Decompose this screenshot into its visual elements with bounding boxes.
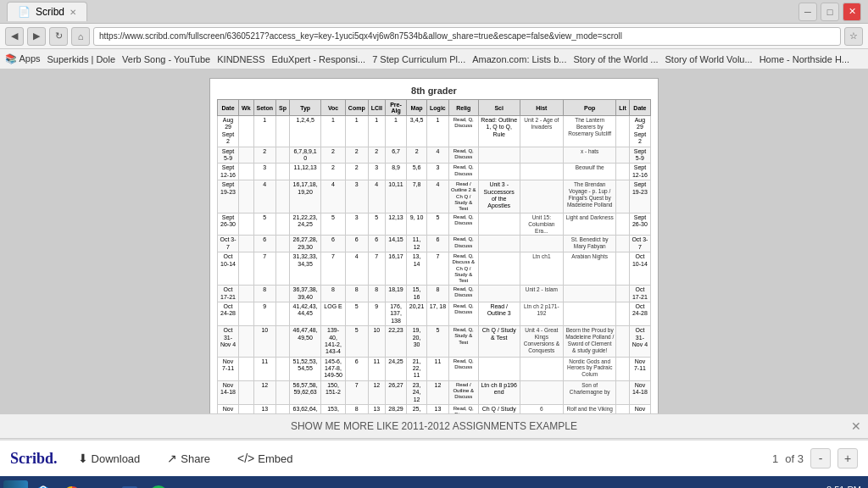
cell-typ: 46,47,48, 49,50 — [289, 326, 320, 358]
taskbar-right: 📶 🔊 8:51 PM 3/14/2015 — [789, 485, 865, 488]
cell-lcii: 2 — [368, 147, 385, 164]
browser-tab[interactable]: 📄 Scribd ✕ — [7, 2, 87, 21]
maximize-button[interactable]: □ — [821, 3, 839, 21]
cell-date2: Oct 3-7 — [629, 236, 650, 252]
cell-lit — [616, 326, 630, 358]
tab-close-button[interactable]: ✕ — [70, 8, 76, 17]
cell-pop — [564, 286, 616, 302]
cell-voc: 1 — [321, 116, 346, 147]
cell-seton: 6 — [253, 236, 275, 252]
back-button[interactable]: ◀ — [5, 27, 24, 46]
cell-relig: Read, Q, Study & Test — [448, 326, 478, 358]
cell-relig: Read, Q, Discuss — [448, 147, 478, 164]
share-button[interactable]: ↗ Share — [160, 448, 217, 469]
cell-typ: 41,42,43, 44,45 — [289, 302, 320, 325]
home-button[interactable]: ⌂ — [71, 27, 90, 46]
cell-lit — [616, 147, 630, 164]
col-comp: Comp — [345, 100, 368, 116]
cell-seton: 5 — [253, 214, 275, 236]
address-bar[interactable]: https://www.scribd.com/fullscreen/636052… — [93, 27, 841, 46]
cell-relig: Read / Outline 2 & Ch Q / Study & Test — [448, 180, 478, 214]
cell-voc: 7 — [321, 252, 346, 286]
taskbar-word-icon[interactable]: W — [116, 481, 143, 488]
cell-pop: Beorn the Proud by Madeleine Polland / S… — [564, 326, 616, 358]
cell-voc: 4 — [321, 180, 346, 214]
col-prealg: Pre-Alg — [385, 100, 406, 116]
embed-button[interactable]: </> Embed — [231, 448, 299, 469]
bookmark-sotw1[interactable]: Story of the World ... — [573, 54, 658, 64]
bookmark-superkids[interactable]: Superkids | Dole — [47, 54, 116, 64]
download-button[interactable]: ⬇ Download — [71, 448, 147, 469]
bookmark-apps[interactable]: 📚 Apps — [5, 53, 41, 64]
cell-prealg: 18,19 — [385, 286, 406, 302]
table-row: Aug 29 Sept 211,2,4,511113,4,51Read, Q, … — [218, 116, 651, 147]
cell-sp — [276, 214, 290, 236]
bookmark-eduxpert[interactable]: EduXpert - Responsi... — [271, 54, 365, 64]
cell-wk — [239, 164, 254, 180]
bookmark-7step[interactable]: 7 Step Curriculum Pl... — [372, 54, 465, 64]
cell-hist — [520, 357, 563, 380]
cell-prealg: 26,27 — [385, 380, 406, 404]
clock-time: 8:51 PM — [823, 485, 865, 488]
taskbar-folder-icon[interactable] — [87, 481, 114, 488]
bookmark-verbsong[interactable]: Verb Song - YouTube — [122, 54, 210, 64]
col-hist: Hist — [520, 100, 563, 116]
cell-date1: Nov 14-18 — [218, 380, 239, 404]
cell-typ: 51,52,53, 54,55 — [289, 357, 320, 380]
cell-voc: 2 — [321, 164, 346, 180]
start-button[interactable]: ⊞ — [3, 480, 28, 488]
zoom-in-button[interactable]: + — [837, 448, 858, 469]
taskbar-chrome-icon[interactable] — [58, 481, 86, 488]
download-label: Download — [92, 452, 141, 465]
cell-wk — [239, 252, 254, 286]
cell-typ: 26,27,28, 29,30 — [289, 236, 320, 252]
cell-date1: Aug 29 Sept 2 — [218, 116, 239, 147]
show-more-close-button[interactable]: ✕ — [851, 419, 861, 433]
cell-sci: Read: Outline 1, Q to Q, Rule — [478, 116, 520, 147]
cell-wk — [239, 116, 254, 147]
taskbar-ie-icon[interactable] — [30, 481, 57, 488]
cell-lit — [616, 164, 630, 180]
star-button[interactable]: ☆ — [844, 27, 863, 46]
col-logic: Logic — [427, 100, 449, 116]
taskbar: ⊞ W 📶 🔊 8:51 PM 3/14/2015 — [0, 476, 868, 488]
cell-date1: Sept 5-9 — [218, 147, 239, 164]
cell-relig: Read, Q, Discuss — [448, 116, 478, 147]
zoom-out-button[interactable]: - — [810, 448, 831, 469]
refresh-button[interactable]: ↻ — [49, 27, 68, 46]
cell-relig: Read, Q, Discuss — [448, 214, 478, 236]
cell-voc: LOG E — [321, 302, 346, 325]
cell-hist: Unit 15: Columbian Era... — [520, 214, 563, 236]
bookmark-sotw2[interactable]: Story of World Volu... — [665, 54, 753, 64]
cell-pop: St. Benedict by Mary Fabyan — [564, 236, 616, 252]
cell-date1: Oct 24-28 — [218, 302, 239, 325]
cell-hist: Unit 2 - Age of Invaders — [520, 116, 563, 147]
cell-prealg: 28,29 — [385, 405, 406, 413]
close-button[interactable]: ✕ — [843, 3, 861, 21]
taskbar-spotify-icon[interactable] — [145, 481, 172, 488]
bookmark-kindness[interactable]: KINDNESS — [217, 54, 264, 64]
cell-pop — [564, 302, 616, 325]
forward-button[interactable]: ▶ — [27, 27, 46, 46]
cell-seton: 3 — [253, 164, 275, 180]
col-seton: Seton — [253, 100, 275, 116]
document-title: 8th grader — [217, 86, 651, 96]
minimize-button[interactable]: ─ — [798, 3, 817, 21]
bookmark-amazon[interactable]: Amazon.com: Lists b... — [472, 54, 566, 64]
cell-lit — [616, 405, 630, 413]
cell-pop: Light and Darkness — [564, 214, 616, 236]
cell-map: 20,21 — [407, 302, 427, 325]
cell-comp: 3 — [345, 214, 368, 236]
cell-comp: 4 — [345, 252, 368, 286]
cell-logic: 6 — [427, 236, 449, 252]
show-more-bar[interactable]: SHOW ME MORE LIKE 2011-2012 ASSIGNMENTS … — [0, 413, 868, 439]
url-text: https://www.scribd.com/fullscreen/636052… — [99, 31, 622, 41]
cell-seton: 2 — [253, 147, 275, 164]
table-row: Nov 28-Dec 21363,62,64, 64,65153, 154813… — [218, 405, 651, 413]
cell-logic: 7 — [427, 252, 449, 286]
cell-logic: 13 — [427, 405, 449, 413]
cell-seton: 11 — [253, 357, 275, 380]
bookmark-home[interactable]: Home - Northside H... — [760, 54, 849, 64]
cell-logic: 4 — [427, 180, 449, 214]
cell-date2: Sept 19-23 — [629, 180, 650, 214]
